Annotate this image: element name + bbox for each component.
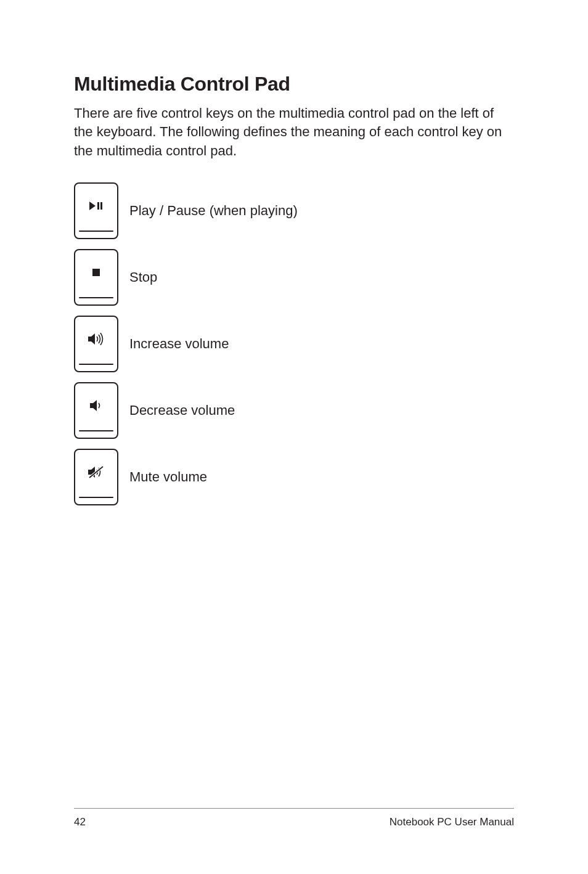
key-volume-down: [74, 382, 118, 439]
label-volume-up: Increase volume: [129, 336, 229, 352]
control-row-mute: Mute volume: [74, 444, 514, 510]
control-row-volume-up: Increase volume: [74, 311, 514, 377]
svg-marker-0: [89, 202, 96, 210]
svg-rect-3: [92, 269, 100, 276]
page-content: Multimedia Control Pad There are five co…: [0, 0, 588, 510]
mute-icon: [88, 465, 104, 479]
svg-marker-4: [88, 333, 95, 345]
control-row-volume-down: Decrease volume: [74, 377, 514, 444]
stop-icon: [92, 269, 100, 276]
label-stop: Stop: [129, 269, 157, 285]
svg-rect-1: [97, 202, 99, 210]
page-number: 42: [74, 816, 86, 828]
label-play-pause: Play / Pause (when playing): [129, 203, 298, 219]
play-pause-icon: [89, 202, 103, 210]
key-stop: [74, 249, 118, 306]
svg-marker-5: [90, 400, 97, 411]
label-volume-down: Decrease volume: [129, 402, 235, 419]
control-row-play-pause: Play / Pause (when playing): [74, 178, 514, 244]
svg-rect-2: [100, 202, 102, 210]
section-heading: Multimedia Control Pad: [74, 73, 514, 96]
volume-up-icon: [88, 333, 104, 345]
controls-list: Play / Pause (when playing) Stop Increas…: [74, 178, 514, 510]
volume-down-icon: [90, 399, 102, 412]
page-footer: 42 Notebook PC User Manual: [74, 808, 514, 828]
label-mute: Mute volume: [129, 469, 207, 485]
key-play-pause: [74, 182, 118, 239]
control-row-stop: Stop: [74, 244, 514, 311]
doc-title: Notebook PC User Manual: [390, 816, 514, 828]
key-mute: [74, 449, 118, 505]
intro-paragraph: There are five control keys on the multi…: [74, 104, 514, 160]
key-volume-up: [74, 316, 118, 372]
